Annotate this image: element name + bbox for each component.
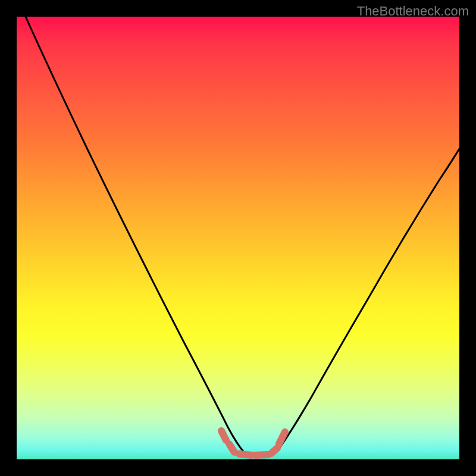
- marker-segment: [271, 448, 277, 453]
- marker-segment: [229, 444, 234, 452]
- marker-segment: [221, 431, 226, 440]
- chart-plot-area: [17, 17, 459, 459]
- chart-frame: [17, 17, 459, 459]
- marker-segment: [239, 454, 252, 455]
- curve-left-branch: [26, 17, 244, 452]
- watermark-text: TheBottleneck.com: [357, 4, 469, 19]
- curve-right-branch: [277, 149, 459, 451]
- marker-segment: [256, 455, 268, 455]
- chart-svg: [17, 17, 459, 459]
